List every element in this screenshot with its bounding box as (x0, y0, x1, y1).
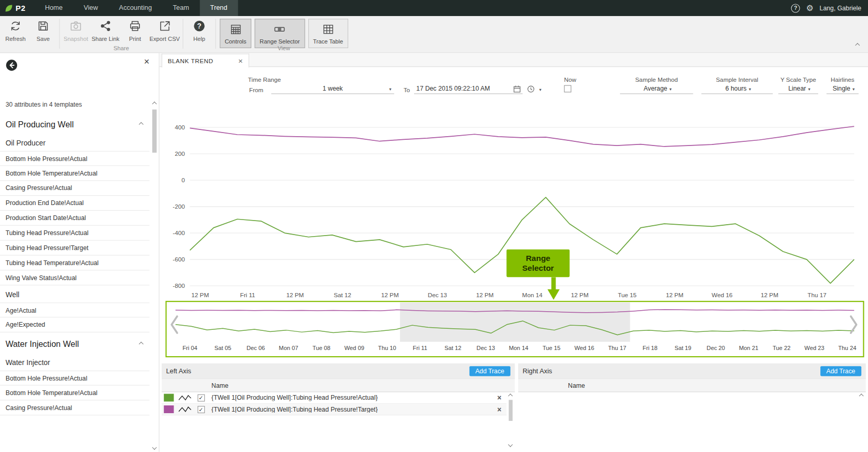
hairlines-value: Single (830, 84, 852, 93)
collapse-ribbon-button[interactable] (856, 39, 859, 49)
svg-text:-600: -600 (173, 256, 185, 263)
left-axis-scrollbar[interactable] (506, 392, 515, 448)
svg-text:?: ? (197, 22, 201, 30)
template-section-header[interactable]: Oil Producing Well (0, 113, 149, 134)
menu-item-team[interactable]: Team (162, 0, 200, 16)
tab-close-icon[interactable]: × (238, 56, 243, 65)
toolbar-group-share: Snapshot Share Link Print Export CSV Sha… (60, 16, 182, 53)
scroll-down-icon[interactable] (508, 442, 513, 447)
refresh-button[interactable]: Refresh (2, 18, 29, 42)
add-trace-button-left[interactable]: Add Trace (469, 366, 510, 376)
attribute-item[interactable]: Bottom Hole Pressure!Actual (0, 151, 149, 166)
save-button[interactable]: Save (30, 18, 57, 42)
topbar-right: ? ⚙ Lang, Gabriele (791, 4, 868, 12)
scroll-up-icon[interactable] (859, 393, 864, 398)
app-root: P2 HomeViewAccountingTeamTrend ? ⚙ Lang,… (0, 0, 868, 452)
svg-text:12 PM: 12 PM (191, 291, 209, 298)
print-button[interactable]: Print (121, 18, 149, 42)
sidebar-scrollbar[interactable] (151, 100, 159, 450)
scroll-up-icon[interactable] (508, 393, 513, 398)
attribute-item[interactable]: Wing Valve Status!Actual (0, 270, 149, 285)
now-label: Now (553, 76, 587, 83)
share-group-label: Share (60, 45, 182, 52)
controls-toggle-button[interactable]: Controls (220, 19, 251, 48)
back-button[interactable] (6, 59, 18, 71)
trace-visible-checkbox[interactable]: ✓ (197, 394, 205, 401)
dropdown-caret-icon: ▾ (749, 87, 751, 92)
help-button[interactable]: ? Help (186, 18, 213, 42)
trace-line-style-icon[interactable] (176, 394, 194, 402)
overview-chart[interactable]: Fri 04Sat 05Dec 06Mon 07Tue 08Wed 09Thu … (167, 302, 863, 356)
trace-delete-button[interactable]: × (492, 405, 507, 413)
refresh-icon (2, 19, 29, 34)
hairlines-dropdown[interactable]: Single▾ (827, 84, 859, 94)
trace-visible-checkbox[interactable]: ✓ (197, 406, 205, 413)
help-icon[interactable]: ? (791, 4, 800, 12)
trace-row: ✓{TWell 1[Oil Producing Well]:Tubing Hea… (162, 392, 507, 403)
svg-text:Tue 15: Tue 15 (618, 291, 637, 298)
add-trace-button-right[interactable]: Add Trace (820, 366, 862, 376)
attribute-item[interactable]: Age!Expected (0, 317, 149, 332)
name-column-header: Name (208, 382, 492, 389)
attribute-item[interactable]: Production Start Date!Actual (0, 211, 149, 226)
range-selector-toggle-button[interactable]: Range Selector (255, 19, 305, 48)
share-link-button[interactable]: Share Link (90, 18, 121, 42)
attribute-item[interactable]: Tubing Head Temperature!Actual (0, 256, 149, 271)
attribute-group-header: Water Injector (0, 354, 149, 371)
from-range-dropdown[interactable]: 1 week ▾ (271, 84, 394, 94)
y-scale-type-dropdown[interactable]: Linear▾ (778, 84, 818, 94)
attribute-item[interactable]: Tubing Head Pressure!Target (0, 241, 149, 256)
collapse-chevron-icon (139, 122, 144, 126)
menu-item-home[interactable]: Home (34, 0, 73, 16)
svg-text:Mon 21: Mon 21 (739, 345, 758, 351)
range-prev-button[interactable] (169, 315, 179, 334)
svg-text:12 PM: 12 PM (666, 291, 684, 298)
attribute-item[interactable]: Age!Actual (0, 302, 149, 317)
calendar-icon[interactable] (513, 85, 521, 93)
trace-color-swatch[interactable] (164, 405, 174, 413)
scrollbar-thumb[interactable] (509, 400, 513, 421)
now-checkbox[interactable] (564, 85, 572, 93)
range-selector-strip[interactable]: Fri 04Sat 05Dec 06Mon 07Tue 08Wed 09Thu … (165, 301, 864, 357)
right-axis-header: Right Axis Add Trace (518, 363, 866, 378)
attribute-item[interactable]: Tubing Head Pressure!Actual (0, 226, 149, 241)
time-range-label: Time Range (248, 76, 281, 83)
user-name[interactable]: Lang, Gabriele (820, 5, 862, 11)
sidebar-close-icon[interactable]: × (144, 56, 150, 67)
attribute-item[interactable]: Bottom Hole Temperature!Actual (0, 386, 149, 401)
attribute-item[interactable]: Bottom Hole Pressure!Actual (0, 371, 149, 386)
help-label: Help (193, 35, 205, 42)
to-datetime-field[interactable]: 17 Dec 2015 09:22:10 AM (414, 84, 522, 94)
to-caret-icon[interactable]: ▾ (539, 88, 541, 93)
toolbar: Refresh Save Snapshot Share Link Print (0, 16, 868, 53)
attribute-item[interactable]: Casing Pressure!Actual (0, 400, 149, 415)
clock-icon[interactable] (527, 85, 535, 93)
trace-color-swatch[interactable] (164, 394, 174, 402)
svg-text:Dec 13: Dec 13 (428, 291, 447, 298)
sample-method-dropdown[interactable]: Average▾ (620, 84, 693, 94)
export-csv-button[interactable]: Export CSV (149, 18, 180, 42)
sample-interval-dropdown[interactable]: 6 hours▾ (701, 84, 773, 94)
attribute-item[interactable]: Production End Date!Actual (0, 196, 149, 211)
scrollbar-thumb[interactable] (152, 110, 157, 153)
menu-item-trend[interactable]: Trend (200, 0, 238, 16)
toolbar-group-help: ? Help (184, 16, 215, 53)
attribute-item[interactable]: Casing Pressure!Actual (0, 181, 149, 196)
right-axis-scrollbar[interactable] (858, 392, 866, 448)
sample-method-label: Sample Method (620, 76, 693, 83)
trend-workspace: BLANK TREND × Time Range From 1 week ▾ T… (160, 53, 868, 452)
menu-item-accounting[interactable]: Accounting (108, 0, 162, 16)
trace-list-left: ✓{TWell 1[Oil Producing Well]:Tubing Hea… (162, 392, 507, 415)
scroll-up-icon[interactable] (152, 101, 157, 106)
gear-icon[interactable]: ⚙ (806, 4, 813, 12)
tab-blank-trend[interactable]: BLANK TREND × (162, 54, 249, 68)
trace-delete-button[interactable]: × (492, 393, 507, 402)
attribute-item[interactable]: Bottom Hole Temperature!Actual (0, 166, 149, 181)
menu-item-view[interactable]: View (73, 0, 108, 16)
scroll-down-icon[interactable] (152, 445, 157, 450)
range-next-button[interactable] (849, 315, 859, 334)
hairlines-label: Hairlines (827, 76, 859, 83)
trace-table-toggle-button[interactable]: Trace Table (308, 19, 348, 48)
trace-line-style-icon[interactable] (176, 405, 194, 413)
template-section-header[interactable]: Water Injection Well (0, 332, 149, 354)
